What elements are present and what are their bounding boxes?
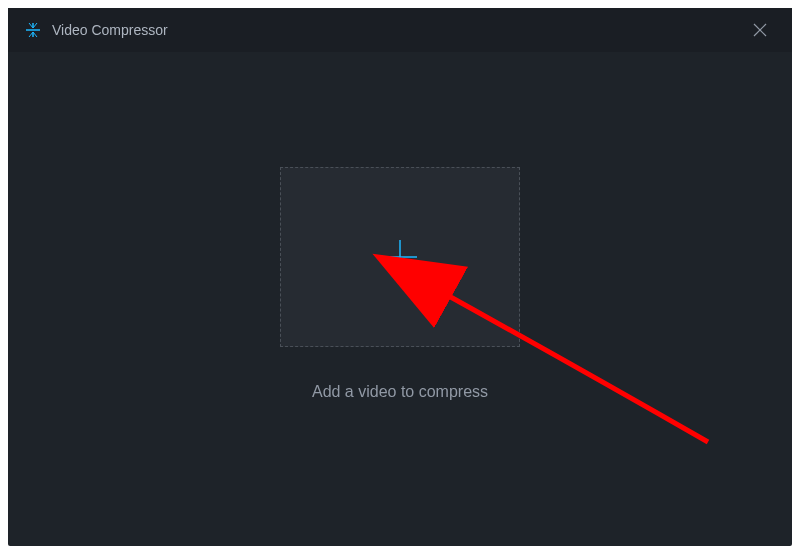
app-window: Video Compressor Add a video to compress bbox=[8, 8, 792, 546]
app-title: Video Compressor bbox=[52, 22, 168, 38]
content-area: Add a video to compress bbox=[8, 52, 792, 546]
add-video-dropzone[interactable] bbox=[280, 167, 520, 347]
close-button[interactable] bbox=[744, 14, 776, 46]
titlebar: Video Compressor bbox=[8, 8, 792, 52]
instruction-label: Add a video to compress bbox=[312, 383, 488, 401]
close-icon bbox=[753, 23, 767, 37]
plus-icon bbox=[379, 236, 421, 278]
app-icon bbox=[24, 21, 42, 39]
